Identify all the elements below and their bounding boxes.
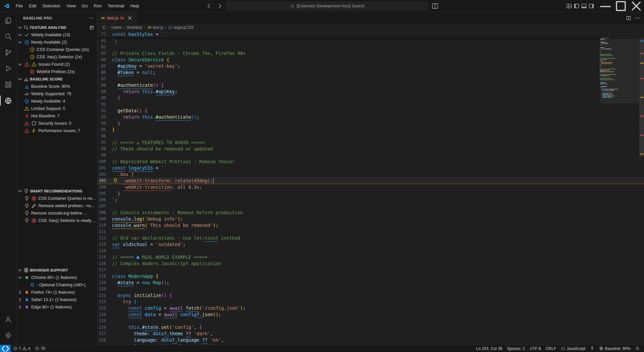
activity-explorer[interactable] xyxy=(0,12,16,28)
code-line-127[interactable]: 127 theme: data?.theme ?? 'dark', xyxy=(97,331,644,337)
breadcrumb-item[interactable]: legacyCSS xyxy=(168,25,194,30)
activity-accounts[interactable] xyxy=(0,311,16,327)
code-line-93[interactable]: 93 return this.#authenticate(); xyxy=(97,114,644,120)
code-line-113[interactable]: 113var oldSchool = 'outdated'; xyxy=(97,241,644,248)
tree-item[interactable]: Remove webkit prefixes - no... xyxy=(16,202,97,210)
code-line-105[interactable]: 105 } xyxy=(97,190,644,197)
code-line-124[interactable]: 124 const data = await config?.json(); xyxy=(97,311,644,318)
status-cursor-position[interactable]: Ln 103, Col 38 xyxy=(474,345,504,352)
code-line-117[interactable]: 117 xyxy=(97,267,644,273)
tree-item[interactable]: CSS Container Queries is ne... xyxy=(16,195,97,202)
tree-item[interactable]: Limited Support: 0 xyxy=(16,105,97,112)
tree-item[interactable]: Chrome 80+ (1 features) xyxy=(16,274,97,281)
activity-search[interactable] xyxy=(0,28,16,44)
status-feedback[interactable] xyxy=(588,345,597,352)
code-line-125[interactable]: 125 xyxy=(97,318,644,324)
tree-item[interactable]: WebKit Prefixes (2x) xyxy=(16,68,97,75)
tree-item[interactable]: Safari 13.1+ (1 features) xyxy=(16,296,97,303)
tree-item[interactable]: Newly Available (2) xyxy=(16,39,97,46)
code-line-110[interactable]: 110console.warn('This should be removed'… xyxy=(97,222,644,229)
breadcrumb-item[interactable]: Shahbaz xyxy=(126,25,142,30)
code-line-100[interactable]: 100// Deprecated Webkit Prefixes - Remov… xyxy=(97,159,644,165)
code-line-109[interactable]: 109console.log('Debug info'); xyxy=(97,216,644,222)
tree-item[interactable]: Security Issues: 0 xyxy=(16,120,97,127)
code-line-94[interactable]: 94 } xyxy=(97,120,644,127)
section-header[interactable]: BASELINE SCORE xyxy=(16,75,97,83)
sticky-scroll-line[interactable]: 77const hasStyles = ` xyxy=(97,31,644,38)
section-header[interactable]: FEATURE ANALYSIS xyxy=(16,24,97,31)
activity-run-debug[interactable] xyxy=(0,60,16,76)
status-language-mode[interactable]: JavaScript xyxy=(558,345,588,352)
code-line-87[interactable]: 87 xyxy=(97,76,644,82)
tree-item[interactable]: Not Baseline: 7 xyxy=(16,112,97,120)
code-line-120[interactable]: 120 xyxy=(97,286,644,292)
split-editor-icon[interactable] xyxy=(626,15,631,21)
maximize-button[interactable] xyxy=(613,0,629,12)
code-line-102[interactable]: 102 .box { xyxy=(97,171,644,178)
tree-item[interactable]: Edge 80+ (1 features) xyxy=(16,303,97,311)
code-line-104[interactable]: 104 -webkit-transition: all 0.3s; xyxy=(97,184,644,190)
code-line-128[interactable]: 128 language: data?.language ?? 'en', xyxy=(97,337,644,343)
code-line-86[interactable]: 86 #token = null; xyxy=(97,69,644,76)
code-line-84[interactable]: 84class SecureService { xyxy=(97,57,644,63)
tree-item[interactable]: CSS Container Queries (2x) xyxy=(16,46,97,53)
panel-bottom-icon[interactable] xyxy=(581,3,587,9)
code-line-121[interactable]: 121 async initialize() { xyxy=(97,292,644,299)
code-line-85[interactable]: 85 #apiKey = 'secret-key'; xyxy=(97,63,644,69)
tab-close-icon[interactable] xyxy=(127,15,133,21)
tree-item[interactable]: Widely Supported: 75 xyxy=(16,90,97,98)
code-line-90[interactable]: 90 } xyxy=(97,95,644,101)
tree-item[interactable]: Performance Issues: 7 xyxy=(16,127,97,134)
menu-view[interactable]: View xyxy=(63,0,79,12)
activity-settings[interactable] xyxy=(0,327,16,343)
tree-item[interactable]: Newly Available: 4 xyxy=(16,98,97,105)
code-line-115[interactable]: 115// ===== ◉ REAL-WORLD EXAMPLE ===== xyxy=(97,254,644,260)
section-action-icon[interactable] xyxy=(89,25,94,30)
status-problems[interactable]: 74 xyxy=(11,345,33,352)
back-button[interactable] xyxy=(205,2,213,10)
tree-item[interactable]: Issues Found (2) xyxy=(16,61,97,68)
forward-button[interactable] xyxy=(216,2,223,10)
breadcrumb-item[interactable]: Users xyxy=(111,25,122,30)
tree-item[interactable]: - Optional Chaining (v80+) xyxy=(16,281,97,289)
code-line-106[interactable]: 106`; xyxy=(97,197,644,203)
code-line-81[interactable]: 81`; xyxy=(97,38,644,44)
code-line-122[interactable]: 122 try { xyxy=(97,299,644,305)
scrollbar-slider[interactable] xyxy=(639,34,644,157)
code-line-107[interactable]: 107 xyxy=(97,203,644,210)
code-line-97[interactable]: 97// ===== ⚠ FEATURES TO AVOID ===== xyxy=(97,139,644,146)
tree-item[interactable]: CSS :has() Selector (2x) xyxy=(16,53,97,61)
close-button[interactable] xyxy=(629,0,644,12)
new-window-button[interactable] xyxy=(431,2,439,10)
more-actions-icon[interactable] xyxy=(89,15,94,20)
code-line-77[interactable]: 77const hasStyles = ` xyxy=(97,31,644,38)
section-header[interactable]: SMART RECOMMENDATIONS xyxy=(16,187,97,195)
code-line-111[interactable]: 111 xyxy=(97,229,644,235)
menu-run[interactable]: Run xyxy=(91,0,105,12)
layout-grid-icon[interactable] xyxy=(566,3,572,9)
code-line-119[interactable]: 119 #state = new Map(); xyxy=(97,280,644,286)
code-line-114[interactable]: 114 xyxy=(97,248,644,254)
code-line-103[interactable]: 103 -webkit-transform: rotate(45deg); xyxy=(97,178,644,184)
code-line-89[interactable]: 89 return this.#apiKey; xyxy=(97,89,644,95)
lightbulb-icon[interactable] xyxy=(113,178,118,183)
tree-item[interactable]: CSS :has() Selector is newly ... xyxy=(16,217,97,224)
code-line-108[interactable]: 108// Console statements - Remove before… xyxy=(97,210,644,216)
minimap[interactable] xyxy=(600,31,639,98)
minimize-button[interactable] xyxy=(598,0,613,12)
code-line-83[interactable]: 83// Private Class Fields - Chrome 74+, … xyxy=(97,50,644,57)
status-eol[interactable]: CRLF xyxy=(543,345,558,352)
code-line-82[interactable]: 82 xyxy=(97,44,644,50)
code-line-96[interactable]: 96 xyxy=(97,133,644,139)
code-line-98[interactable]: 98// These should be removed or updated xyxy=(97,146,644,152)
code-line-129[interactable]: 129 features: data?.features ?? [] xyxy=(97,343,644,345)
tab-test-js[interactable]: JS test.js 9+ xyxy=(97,12,137,24)
editor-scrollbar[interactable] xyxy=(639,31,644,345)
menu-edit[interactable]: Edit xyxy=(26,0,39,12)
code-line-101[interactable]: 101const legacyCSS = ` xyxy=(97,165,644,171)
command-center-search[interactable]: [Extension Development Host] Search xyxy=(227,2,428,10)
tree-item[interactable]: Baseline Score: 90% xyxy=(16,83,97,90)
code-line-91[interactable]: 91 xyxy=(97,101,644,108)
menu-go[interactable]: Go xyxy=(79,0,91,12)
code-line-123[interactable]: 123 const config = await fetch('/config.… xyxy=(97,305,644,311)
